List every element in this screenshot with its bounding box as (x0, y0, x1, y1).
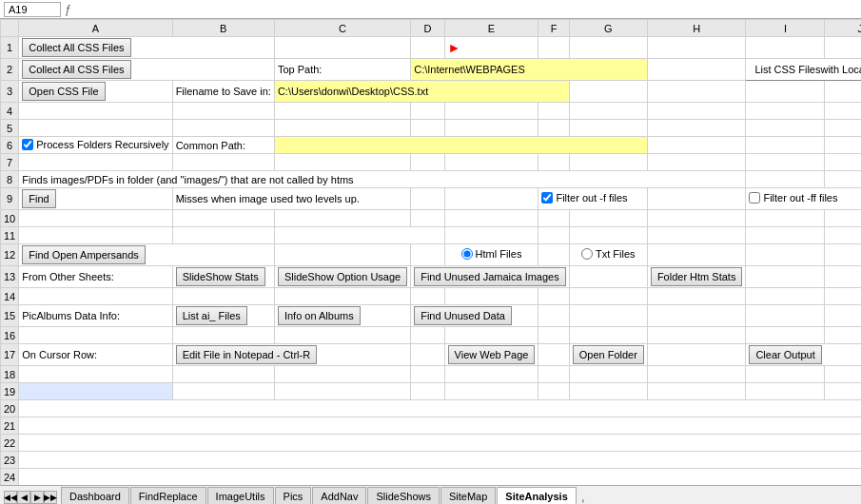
misses-when-text: Misses when image used two levels up. (176, 193, 360, 204)
info-on-albums-button[interactable]: Info on Albums (278, 306, 361, 325)
cell-f17 (538, 344, 569, 366)
collect-css-button[interactable]: Collect All CSS Files (22, 38, 130, 57)
html-files-radio[interactable] (461, 248, 473, 260)
clear-output-button[interactable]: Clear Output (749, 345, 821, 364)
process-recursively-checkbox-label[interactable]: Process Folders Recursively (22, 139, 168, 150)
cell-j16 (825, 327, 861, 344)
cell-d2: C:\Internet\WEBPAGES (411, 59, 648, 81)
filter-f-checkbox[interactable] (541, 192, 553, 204)
cell-e10 (444, 210, 538, 227)
find-unused-jamaica-button[interactable]: Find Unused Jamaica Images (414, 267, 566, 286)
col-header-d[interactable]: D (411, 20, 444, 37)
cell-a7 (19, 154, 172, 171)
process-recursively-label: Process Folders Recursively (36, 139, 168, 150)
cell-g13 (569, 266, 647, 288)
list-ai-files-button[interactable]: List ai_ Files (176, 306, 247, 325)
tab-findreplace[interactable]: FindReplace (130, 487, 206, 504)
cell-g15 (569, 305, 647, 327)
cell-g7 (569, 154, 647, 171)
col-header-a[interactable]: A (19, 20, 172, 37)
cell-j4 (825, 103, 861, 120)
top-path-label: Top Path: (278, 64, 322, 75)
find-unused-data-button[interactable]: Find Unused Data (414, 306, 512, 325)
open-folder-button[interactable]: Open Folder (573, 345, 644, 364)
find-button[interactable]: Find (22, 189, 55, 208)
cell-c19 (274, 383, 410, 400)
tab-nav-prev[interactable]: ◀ (17, 491, 30, 504)
cell-h17 (647, 344, 746, 366)
cell-g11 (569, 227, 647, 244)
tab-sitemap[interactable]: SiteMap (440, 487, 496, 504)
col-header-c[interactable]: C (274, 20, 410, 37)
cell-j6 (825, 137, 861, 154)
cell-b16 (172, 327, 274, 344)
cell-d10 (411, 210, 444, 227)
edit-file-notepad-button[interactable]: Edit File in Notepad - Ctrl-R (176, 345, 318, 364)
html-files-radio-label[interactable]: Html Files (461, 248, 522, 260)
cell-c11 (274, 227, 444, 244)
cell-c6 (274, 137, 647, 154)
collect-css-button-2[interactable]: Collect All CSS Files (22, 60, 130, 79)
tab-nav-first[interactable]: ◀◀ (4, 491, 17, 504)
col-header-h[interactable]: H (647, 20, 746, 37)
slideshow-stats-button[interactable]: SlideShow Stats (176, 267, 265, 286)
filename-label: Filename to Save in: (176, 86, 271, 97)
filter-f-checkbox-label[interactable]: Filter out -f files (541, 192, 627, 204)
cell-j19 (825, 383, 861, 400)
cell-i18 (746, 366, 825, 383)
txt-files-radio-label[interactable]: Txt Files (581, 248, 636, 260)
cell-h12 (647, 244, 746, 266)
cell-i12 (746, 244, 825, 266)
tab-imageutils[interactable]: ImageUtils (207, 487, 274, 504)
cell-i2: List CSS Fileswith Locations (746, 59, 861, 81)
row-header-22: 22 (1, 435, 19, 452)
cell-i11 (746, 227, 825, 244)
folder-htm-stats-button[interactable]: Folder Htm Stats (651, 267, 743, 286)
process-recursively-checkbox[interactable] (22, 139, 33, 150)
row-header-21: 21 (1, 417, 19, 435)
tab-nav-last[interactable]: ▶▶ (44, 491, 57, 504)
cell-i7 (746, 154, 825, 171)
cell-a19-selected[interactable] (19, 383, 172, 400)
cell-d4 (411, 103, 444, 120)
col-header-e[interactable]: E (444, 20, 538, 37)
tab-siteanalysis[interactable]: SiteAnalysis (497, 487, 576, 504)
tab-slideshows[interactable]: SlideShows (367, 487, 439, 504)
cell-j15 (825, 305, 861, 327)
name-box[interactable] (4, 2, 61, 17)
row-header-12: 12 (1, 244, 19, 266)
tab-dashboard[interactable]: Dashboard (61, 487, 129, 504)
filter-f-label: Filter out -f files (556, 192, 627, 204)
slideshow-option-usage-button[interactable]: SlideShow Option Usage (278, 267, 407, 286)
cell-a1: Collect All CSS Files (19, 37, 275, 59)
txt-files-radio[interactable] (581, 248, 593, 260)
cell-g18 (569, 366, 647, 383)
cell-h3 (647, 81, 746, 103)
cell-d12 (411, 244, 444, 266)
filter-ff-checkbox[interactable] (749, 192, 760, 204)
list-css-files-button[interactable]: List CSS Fileswith Locations (749, 60, 861, 79)
col-header-i[interactable]: I (746, 20, 825, 37)
cell-j7 (825, 154, 861, 171)
cell-b18 (172, 366, 274, 383)
open-css-button[interactable]: Open CSS File (22, 82, 105, 101)
cell-j8 (825, 171, 861, 188)
cell-e5 (444, 120, 538, 137)
spreadsheet-grid: A B C D E F G H I J K L M N (0, 19, 861, 485)
col-header-f[interactable]: F (538, 20, 569, 37)
filter-ff-checkbox-label[interactable]: Filter out -ff files (749, 192, 837, 204)
cell-d19 (411, 383, 444, 400)
tab-pics[interactable]: Pics (275, 487, 312, 504)
tab-nav-next[interactable]: ▶ (30, 491, 44, 504)
table-scroll[interactable]: A B C D E F G H I J K L M N (0, 19, 861, 485)
cell-c18 (274, 366, 410, 383)
view-web-page-button[interactable]: View Web Page (448, 345, 536, 364)
cell-e1: ► (444, 37, 538, 59)
col-header-b[interactable]: B (172, 20, 274, 37)
col-header-j[interactable]: J (825, 20, 861, 37)
on-cursor-row-label: On Cursor Row: (22, 349, 97, 360)
col-header-g[interactable]: G (569, 20, 647, 37)
tab-addnav[interactable]: AddNav (312, 487, 366, 504)
find-open-ampersands-button[interactable]: Find Open Ampersands (22, 245, 146, 264)
cell-a5 (19, 120, 172, 137)
